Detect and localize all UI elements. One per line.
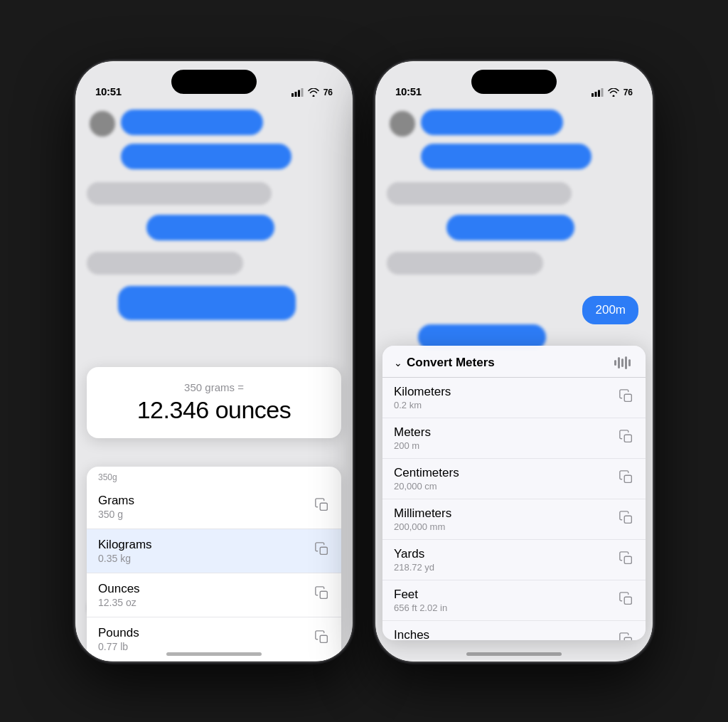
waveform-bar-3	[621, 359, 623, 367]
wifi-icon	[308, 88, 319, 97]
left-items-container: Grams 350 g Kilograms 0.35 kg Ounces 12.…	[87, 485, 341, 661]
meters-item-left: Yards 218.72 yd	[394, 547, 434, 573]
m-item-name: Yards	[394, 547, 434, 561]
chevron-down-icon[interactable]: ⌄	[394, 357, 402, 368]
bg-bubble	[121, 110, 263, 135]
svg-rect-12	[624, 394, 631, 401]
item-value: 0.35 kg	[98, 553, 152, 564]
right-phone-screen: 10:51 76	[375, 61, 653, 662]
svg-rect-0	[291, 93, 294, 97]
m-item-value: 20,000 cm	[394, 481, 459, 492]
meters-item-left: Meters 200 m	[394, 425, 431, 451]
right-wifi-icon	[608, 88, 619, 97]
m-item-name: Centimeters	[394, 466, 459, 480]
copy-icon[interactable]	[619, 388, 634, 407]
copy-icon[interactable]	[619, 632, 634, 640]
svg-rect-11	[601, 88, 603, 97]
svg-rect-3	[301, 88, 303, 97]
bg-bubble	[387, 182, 572, 205]
svg-rect-4	[320, 503, 327, 510]
bg-bubble	[421, 144, 592, 169]
m-item-name: Feet	[394, 588, 447, 602]
conversion-result-card: 350 grams = 12.346 ounces	[87, 367, 341, 438]
copy-icon[interactable]	[619, 429, 634, 447]
right-status-icons: 76	[592, 87, 633, 97]
list-item-left: Pounds 0.77 lb	[98, 626, 139, 652]
svg-rect-17	[624, 597, 631, 604]
convert-header: ⌄ Convert Meters	[382, 346, 646, 378]
m-item-value: 0.2 km	[394, 400, 451, 410]
conversion-list-card: 350g Grams 350 g Kilograms 0.35 kg Ounce…	[87, 467, 341, 661]
waveform-icon[interactable]	[614, 356, 634, 370]
svg-rect-18	[624, 637, 631, 640]
list-item-left: Kilograms 0.35 kg	[98, 538, 152, 564]
copy-icon[interactable]	[619, 469, 634, 488]
weight-list-item-0[interactable]: Grams 350 g	[87, 485, 341, 529]
item-name: Pounds	[98, 626, 139, 640]
meters-list-item-3[interactable]: Millimeters 200,000 mm	[382, 499, 646, 540]
right-phone: 10:51 76	[375, 61, 653, 662]
copy-icon[interactable]	[619, 510, 634, 529]
copy-icon[interactable]	[314, 630, 330, 648]
conversion-label: 350 grams =	[104, 381, 324, 393]
svg-rect-7	[320, 635, 327, 642]
m-item-value: 656 ft 2.02 in	[394, 602, 447, 613]
meters-item-left: Kilometers 0.2 km	[394, 385, 451, 410]
left-dynamic-island	[171, 70, 257, 94]
copy-icon[interactable]	[314, 585, 330, 604]
copy-icon[interactable]	[619, 551, 634, 569]
svg-rect-2	[298, 90, 300, 97]
waveform-bar-2	[618, 357, 620, 368]
right-time: 10:51	[395, 85, 422, 97]
right-battery-icon: 76	[623, 87, 633, 97]
item-value: 12.35 oz	[98, 597, 140, 608]
m-item-name: Millimeters	[394, 506, 451, 521]
left-status-icons: 76	[291, 87, 333, 97]
meters-list-item-4[interactable]: Yards 218.72 yd	[382, 540, 646, 580]
item-name: Kilograms	[98, 538, 152, 552]
svg-rect-9	[594, 92, 596, 97]
svg-rect-5	[320, 547, 327, 554]
copy-icon[interactable]	[314, 497, 330, 516]
convert-header-left: ⌄ Convert Meters	[394, 356, 495, 370]
bg-bubble	[87, 182, 272, 205]
meters-list-item-6[interactable]: Inches 7,874.02 in	[382, 621, 646, 640]
bg-bubble	[146, 215, 274, 240]
copy-icon[interactable]	[619, 591, 634, 610]
meters-item-left: Feet 656 ft 2.02 in	[394, 588, 447, 613]
meters-list-item-0[interactable]: Kilometers 0.2 km	[382, 378, 646, 418]
right-home-indicator	[466, 652, 562, 656]
convert-title: Convert Meters	[407, 356, 495, 370]
weight-list-item-2[interactable]: Ounces 12.35 oz	[87, 573, 341, 617]
meters-item-left: Millimeters 200,000 mm	[394, 506, 451, 532]
left-time: 10:51	[95, 85, 122, 97]
bg-avatar	[90, 111, 115, 137]
right-signal-icon	[592, 88, 604, 97]
left-home-indicator	[166, 652, 262, 656]
svg-rect-8	[592, 93, 594, 97]
meters-list-item-5[interactable]: Feet 656 ft 2.02 in	[382, 580, 646, 621]
bg-bubble	[121, 144, 291, 169]
conversion-value: 12.346 ounces	[104, 396, 324, 424]
signal-icon	[291, 88, 304, 97]
meters-list-item-2[interactable]: Centimeters 20,000 cm	[382, 459, 646, 499]
waveform-bar-4	[625, 356, 627, 369]
list-item-left: Grams 350 g	[98, 494, 134, 520]
bg-bubble	[387, 252, 543, 275]
svg-rect-6	[320, 591, 327, 598]
right-dynamic-island	[471, 70, 557, 94]
bg-bubble	[446, 215, 574, 240]
meters-item-left: Inches 7,874.02 in	[394, 628, 439, 640]
meters-list-item-1[interactable]: Meters 200 m	[382, 418, 646, 459]
svg-rect-1	[294, 92, 296, 97]
m-item-value: 200,000 mm	[394, 521, 451, 532]
weight-list-item-1[interactable]: Kilograms 0.35 kg	[87, 529, 341, 573]
item-name: Grams	[98, 494, 134, 508]
item-value: 350 g	[98, 509, 134, 520]
copy-icon[interactable]	[314, 541, 330, 560]
message-bubble-200m: 200m	[582, 296, 638, 324]
m-item-name: Kilometers	[394, 385, 451, 399]
svg-rect-14	[624, 475, 631, 482]
bg-bubble	[421, 110, 563, 135]
meters-item-left: Centimeters 20,000 cm	[394, 466, 459, 492]
